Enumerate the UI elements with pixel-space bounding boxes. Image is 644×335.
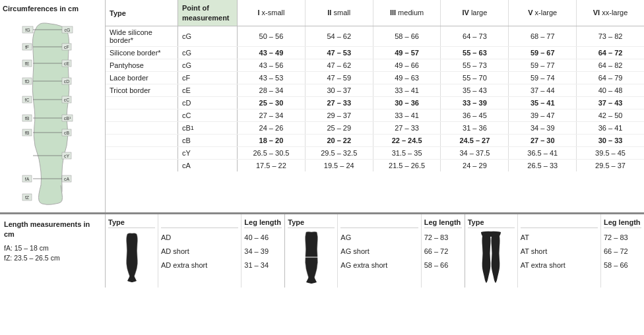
- table-row: Wide silicone border* cG 50 – 56 54 – 62…: [106, 26, 644, 47]
- header-type: Type: [106, 0, 178, 26]
- size-cell: 25 – 30: [238, 97, 306, 109]
- header-sizes: I x-small II small III medium IV large V…: [238, 0, 644, 26]
- bottom-section: Length measurements in cm fA: 15 – 18 cm…: [0, 214, 644, 288]
- block-at-type-header: Type: [468, 218, 515, 228]
- size-cell: 43 – 53: [238, 72, 306, 84]
- at-leg-icon: [474, 231, 507, 284]
- header-size-vi: VI xx-large: [577, 0, 644, 26]
- svg-text:fB: fB: [24, 131, 29, 135]
- size-cell: 33 – 41: [373, 109, 441, 121]
- row-pom: cG: [178, 59, 238, 71]
- ad-len-3: 31 – 34: [244, 259, 282, 272]
- size-cell: 30 – 36: [373, 97, 441, 109]
- size-cell: 25 – 29: [306, 122, 373, 134]
- size-cell: 43 – 49: [238, 47, 306, 59]
- length-measurements-title: Length measurements in cm: [4, 220, 101, 239]
- size-cell: 37 – 44: [509, 84, 577, 96]
- header-size-v: V x-large: [509, 0, 577, 26]
- table-row: cB1 24 – 26 25 – 29 27 – 33 31 – 36 34 –…: [106, 122, 644, 135]
- length-block-at: Type AT AT short AT extra short Leg l: [465, 214, 644, 288]
- size-cell: 27 – 33: [306, 97, 373, 109]
- size-cell: 29.5 – 37: [577, 160, 644, 171]
- row-pom: cG: [178, 47, 238, 59]
- size-cell: 36 – 41: [577, 122, 644, 134]
- table-row: Pantyhose cG 43 – 56 47 – 62 49 – 66 55 …: [106, 59, 644, 72]
- row-type: Tricot border: [106, 84, 178, 96]
- size-cell: 29 – 37: [306, 109, 373, 121]
- table-header: Type Point of measurement I x-small II s…: [106, 0, 644, 26]
- row-sizes: 17.5 – 22 19.5 – 24 21.5 – 26.5 24 – 29 …: [238, 160, 644, 171]
- svg-text:cA: cA: [63, 177, 69, 181]
- size-cell: 30 – 37: [306, 84, 373, 96]
- table-row: cC 27 – 34 29 – 37 33 – 41 36 – 45 39 – …: [106, 109, 644, 122]
- size-cell: 24 – 26: [238, 122, 306, 134]
- row-sizes: 18 – 20 20 – 22 22 – 24.5 24.5 – 27 27 –…: [238, 135, 644, 146]
- svg-text:cG: cG: [64, 28, 70, 32]
- row-type: Silicone border*: [106, 47, 178, 59]
- size-cell: 47 – 62: [306, 59, 373, 71]
- table-row: Lace border cF 43 – 53 47 – 59 49 – 63 5…: [106, 72, 644, 84]
- at-type-3: AT extra short: [521, 259, 598, 272]
- size-cell: 59 – 74: [509, 72, 577, 84]
- row-sizes: 50 – 56 54 – 62 58 – 66 64 – 73 68 – 77 …: [238, 26, 644, 46]
- leg-diagram: cG cF cE cD cC cB¹ cB: [4, 17, 102, 208]
- ag-type-3: AG extra short: [340, 259, 418, 272]
- ag-len-3: 58 – 66: [424, 259, 462, 272]
- size-cell: 49 – 63: [373, 72, 441, 84]
- at-len-1: 72 – 83: [604, 231, 641, 245]
- row-sizes: 26.5 – 30.5 29.5 – 32.5 31.5 – 35 34 – 3…: [238, 147, 644, 159]
- row-pom: cY: [178, 147, 238, 159]
- ag-type-2: AG short: [340, 245, 418, 259]
- row-type: Lace border: [106, 72, 178, 84]
- size-cell: 73 – 82: [577, 26, 644, 46]
- size-cell: 27 – 30: [509, 135, 577, 146]
- row-type: [106, 147, 178, 159]
- row-pom: cB1: [178, 122, 238, 134]
- size-cell: 39.5 – 45: [577, 147, 644, 159]
- size-cell: 64 – 73: [441, 26, 509, 46]
- ad-len-2: 34 – 39: [244, 245, 282, 259]
- size-cell: 40 – 48: [577, 84, 644, 96]
- ad-type-3: AD extra short: [161, 259, 238, 272]
- header-size-iv: IV large: [441, 0, 509, 26]
- size-cell: 27 – 34: [238, 109, 306, 121]
- ag-leg-icon: [295, 231, 328, 284]
- circumferences-title: Circumferences in cm: [3, 4, 102, 13]
- size-cell: 47 – 53: [306, 47, 373, 59]
- size-cell: 24.5 – 27: [441, 135, 509, 146]
- svg-text:cD: cD: [63, 79, 69, 84]
- size-cell: 35 – 43: [441, 84, 509, 96]
- table-row: cB 18 – 20 20 – 22 22 – 24.5 24.5 – 27 2…: [106, 135, 644, 147]
- size-cell: 55 – 73: [441, 59, 509, 71]
- block-ag-length-header: Leg length: [424, 218, 462, 228]
- block-at-length-header: Leg length: [604, 218, 641, 228]
- table-row: cD 25 – 30 27 – 33 30 – 36 33 – 39 35 – …: [106, 97, 644, 109]
- size-cell: 31.5 – 35: [373, 147, 441, 159]
- size-cell: 36 – 45: [441, 109, 509, 121]
- size-cell: 36.5 – 41: [509, 147, 577, 159]
- ad-len-1: 40 – 46: [244, 231, 282, 245]
- block-ad-type-header: Type: [108, 218, 155, 228]
- size-cell: 64 – 72: [577, 47, 644, 59]
- svg-text:fB: fB: [24, 116, 29, 121]
- length-block-ag: Type AG AG short AG extra short Leg leng…: [285, 214, 465, 288]
- row-sizes: 25 – 30 27 – 33 30 – 36 33 – 39 35 – 41 …: [238, 97, 644, 109]
- size-cell: 22 – 24.5: [373, 135, 441, 146]
- size-cell: 64 – 82: [577, 59, 644, 71]
- size-cell: 39 – 47: [509, 109, 577, 121]
- row-pom: cB: [178, 135, 238, 146]
- size-cell: 33 – 41: [373, 84, 441, 96]
- block-at-name-header: [521, 218, 598, 228]
- size-cell: 29.5 – 32.5: [306, 147, 373, 159]
- svg-text:fA: fA: [24, 177, 29, 181]
- row-pom: cE: [178, 84, 238, 96]
- size-cell: 55 – 70: [441, 72, 509, 84]
- size-cell: 59 – 67: [509, 47, 577, 59]
- size-cell: 49 – 57: [373, 47, 441, 59]
- table-row: Silicone border* cG 43 – 49 47 – 53 49 –…: [106, 47, 644, 59]
- row-sizes: 27 – 34 29 – 37 33 – 41 36 – 45 39 – 47 …: [238, 109, 644, 121]
- size-cell: 19.5 – 24: [306, 160, 373, 171]
- size-cell: 21.5 – 26.5: [373, 160, 441, 171]
- size-cell: 47 – 59: [306, 72, 373, 84]
- header-size-iii: III medium: [373, 0, 441, 26]
